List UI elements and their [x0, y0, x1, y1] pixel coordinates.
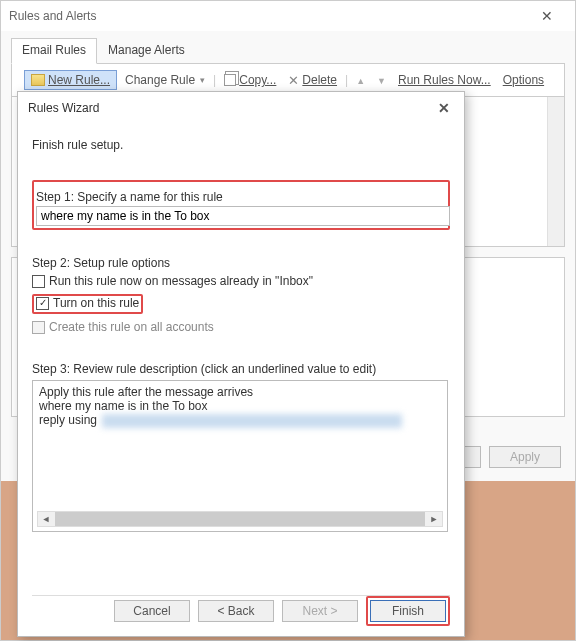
options-button[interactable]: Options — [499, 71, 548, 89]
scroll-thumb[interactable] — [55, 512, 425, 526]
step1-label: Step 1: Specify a name for this rule — [36, 190, 446, 204]
run-rules-now-button[interactable]: Run Rules Now... — [394, 71, 495, 89]
step1-highlight: Step 1: Specify a name for this rule — [32, 180, 450, 230]
scroll-right-icon[interactable]: ► — [426, 514, 442, 524]
all-accounts-checkbox-row: Create this rule on all accounts — [32, 320, 450, 334]
rules-apply-button: Apply — [489, 446, 561, 468]
arrow-up-icon — [356, 73, 365, 87]
step2-label: Step 2: Setup rule options — [32, 256, 450, 270]
rules-title: Rules and Alerts — [9, 9, 96, 23]
rules-list-scrollbar[interactable] — [547, 97, 564, 246]
desc-horizontal-scrollbar[interactable]: ◄ ► — [37, 511, 443, 527]
change-rule-menu[interactable]: Change Rule — [121, 71, 209, 89]
reply-template-link[interactable] — [102, 414, 402, 428]
copy-icon — [224, 74, 236, 86]
new-rule-icon — [31, 74, 45, 86]
tab-email-rules[interactable]: Email Rules — [11, 38, 97, 64]
turn-on-checkbox[interactable]: ✓ — [36, 297, 49, 310]
rules-tabs: Email Rules Manage Alerts — [11, 37, 565, 64]
rules-titlebar: Rules and Alerts ✕ — [1, 1, 575, 31]
desc-line-2: where my name is in the To box — [39, 399, 441, 413]
move-up-button[interactable] — [352, 71, 369, 89]
rule-name-input[interactable] — [36, 206, 450, 226]
move-down-button[interactable] — [373, 71, 390, 89]
wizard-title: Rules Wizard — [28, 101, 434, 115]
wizard-footer: Cancel < Back Next > Finish — [114, 596, 450, 626]
all-accounts-checkbox — [32, 321, 45, 334]
finish-highlight: Finish — [366, 596, 450, 626]
scroll-left-icon[interactable]: ◄ — [38, 514, 54, 524]
copy-rule-button[interactable]: Copy... — [220, 71, 280, 89]
turn-on-highlight: ✓ Turn on this rule — [32, 294, 143, 314]
delete-rule-button[interactable]: ✕ Delete — [284, 71, 341, 90]
run-now-checkbox[interactable] — [32, 275, 45, 288]
close-icon[interactable]: ✕ — [527, 8, 567, 24]
delete-icon: ✕ — [288, 73, 299, 88]
step3-label: Step 3: Review rule description (click a… — [32, 362, 450, 376]
wizard-close-icon[interactable]: ✕ — [434, 100, 454, 116]
wizard-back-button[interactable]: < Back — [198, 600, 274, 622]
rules-wizard-dialog: Rules Wizard ✕ Finish rule setup. Step 1… — [17, 91, 465, 637]
wizard-next-button: Next > — [282, 600, 358, 622]
arrow-down-icon — [377, 73, 386, 87]
run-now-checkbox-row[interactable]: Run this rule now on messages already in… — [32, 274, 450, 288]
wizard-finish-button[interactable]: Finish — [370, 600, 446, 622]
wizard-cancel-button[interactable]: Cancel — [114, 600, 190, 622]
rules-and-alerts-window: Rules and Alerts ✕ Email Rules Manage Al… — [0, 0, 576, 641]
tab-manage-alerts[interactable]: Manage Alerts — [97, 38, 196, 64]
wizard-titlebar: Rules Wizard ✕ — [18, 92, 464, 124]
rule-description-box[interactable]: Apply this rule after the message arrive… — [32, 380, 448, 532]
desc-line-1: Apply this rule after the message arrive… — [39, 385, 441, 399]
new-rule-button[interactable]: New Rule... — [24, 70, 117, 90]
desc-line-3: reply using — [39, 413, 441, 428]
turn-on-checkbox-row[interactable]: ✓ Turn on this rule — [36, 296, 139, 310]
wizard-heading: Finish rule setup. — [32, 138, 450, 152]
